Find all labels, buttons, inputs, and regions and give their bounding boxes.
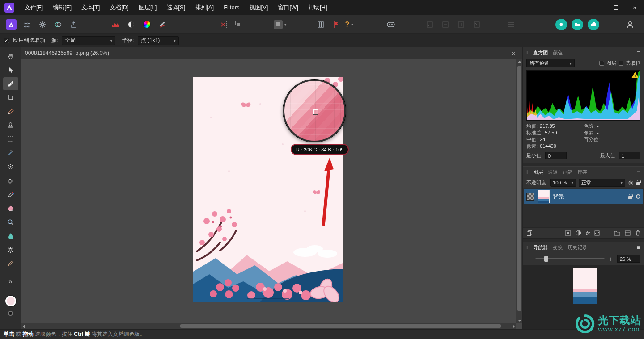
tab-brushes[interactable]: 画笔 xyxy=(563,169,572,176)
panel-grip-icon[interactable]: ‖ xyxy=(526,170,528,175)
tab-colour[interactable]: 颜色 xyxy=(553,50,563,56)
close-button[interactable]: × xyxy=(625,0,644,15)
zoom-out-button[interactable]: − xyxy=(526,255,532,263)
panel-menu-icon[interactable]: ≡ xyxy=(637,49,640,56)
panel-grip-icon[interactable]: ‖ xyxy=(526,245,528,250)
maximize-button[interactable] xyxy=(606,0,625,15)
assistant-options-dropdown[interactable]: ? ▾ xyxy=(345,21,353,29)
blend-mode-select[interactable]: 正常 ▾ xyxy=(579,179,625,187)
sync-dot-icon[interactable] xyxy=(555,19,567,30)
layer-row-background[interactable]: 背景 xyxy=(524,189,643,204)
document-tab-title[interactable]: 0008118446926569_b.png (26.0%) xyxy=(25,50,109,56)
move-tool[interactable] xyxy=(3,63,18,76)
export-persona-icon[interactable] xyxy=(67,18,80,31)
menu-view[interactable]: 视图[V] xyxy=(245,0,273,15)
account-person-icon[interactable] xyxy=(623,18,637,31)
panel-menu-icon[interactable]: ≡ xyxy=(637,244,640,251)
radius-select[interactable]: 点 (1x1) ▾ xyxy=(138,36,179,45)
active-colour-swatch[interactable] xyxy=(5,296,16,306)
selection-brush-tool[interactable] xyxy=(3,160,18,173)
mixer-brush-tool[interactable] xyxy=(3,188,18,201)
menu-filters[interactable]: Filters xyxy=(219,0,244,15)
app-logo-icon[interactable] xyxy=(4,3,14,13)
menu-help[interactable]: 帮助[H] xyxy=(303,0,332,15)
menu-select[interactable]: 选择[S] xyxy=(161,0,190,15)
layer-thumbnail[interactable] xyxy=(538,190,550,203)
layer-lock-icon[interactable] xyxy=(628,196,632,199)
panel-grip-icon[interactable]: ‖ xyxy=(526,50,528,55)
flood-fill-tool[interactable] xyxy=(3,174,18,187)
snap-candidates-icon[interactable] xyxy=(232,18,246,31)
marquee-select-tool[interactable] xyxy=(3,133,18,146)
tab-histogram[interactable]: 直方图 xyxy=(533,50,548,56)
selection-mode-dropdown[interactable]: ▾ xyxy=(274,20,287,29)
zoom-tool[interactable] xyxy=(3,216,18,229)
blur-tool[interactable] xyxy=(3,230,18,243)
assistant-manager-icon[interactable] xyxy=(384,18,398,31)
layer-options-grid-icon[interactable] xyxy=(625,230,631,236)
min-value-input[interactable]: 0 xyxy=(545,152,567,159)
menu-text[interactable]: 文本[T] xyxy=(76,0,105,15)
scroll-left-icon[interactable] xyxy=(23,325,25,328)
channel-select[interactable]: 所有通道 ▾ xyxy=(526,59,575,67)
clone-stamp-tool[interactable] xyxy=(3,119,18,132)
erase-brush-tool[interactable] xyxy=(3,202,18,215)
minimize-button[interactable]: — xyxy=(588,0,606,15)
new-pixel-layer-icon[interactable] xyxy=(594,230,600,236)
navigator-thumbnail[interactable] xyxy=(573,268,597,304)
colour-picker-tool[interactable] xyxy=(3,77,18,90)
zoom-slider-thumb[interactable] xyxy=(544,256,548,262)
histogram-display[interactable]: ! xyxy=(526,70,640,121)
opacity-select[interactable]: 100 % ▾ xyxy=(550,179,576,187)
stock-folder-icon[interactable] xyxy=(572,19,583,30)
develop-persona-icon[interactable] xyxy=(36,18,49,31)
layer-edit-ring-icon[interactable] xyxy=(636,194,640,199)
document-close-button[interactable]: × xyxy=(511,50,515,57)
smudge-tool[interactable] xyxy=(3,257,18,270)
group-layers-folder-icon[interactable] xyxy=(614,230,620,236)
photo-persona-icon[interactable] xyxy=(4,18,18,31)
tab-history[interactable]: 历史记录 xyxy=(568,244,587,251)
paint-brush-tool[interactable] xyxy=(3,105,18,118)
panel-menu-icon[interactable]: ≡ xyxy=(637,168,640,176)
cloud-sync-icon[interactable] xyxy=(588,19,599,30)
layer-list[interactable]: 背景 xyxy=(523,188,644,227)
horizontal-scrollbar[interactable] xyxy=(21,323,516,329)
tab-stock[interactable]: 库存 xyxy=(577,169,587,176)
blend-options-gear-icon[interactable] xyxy=(628,180,634,186)
menu-arrange[interactable]: 排列[A] xyxy=(190,0,219,15)
snapping-preset-flag-icon[interactable] xyxy=(330,18,343,31)
lock-icon[interactable] xyxy=(636,182,640,185)
secondary-colour-swatch[interactable] xyxy=(8,311,13,316)
marquee-checkbox[interactable] xyxy=(619,61,623,66)
vertical-scrollbar[interactable] xyxy=(516,59,522,323)
liquify-persona-icon[interactable] xyxy=(20,18,34,31)
zoom-value-input[interactable]: 26 % xyxy=(617,255,640,263)
apply-to-selection-checkbox[interactable]: ✓ xyxy=(4,38,9,43)
new-adjustment-icon[interactable] xyxy=(576,230,581,236)
tone-mapping-persona-icon[interactable] xyxy=(51,18,65,31)
max-value-input[interactable]: 1 xyxy=(619,152,640,159)
dodge-brush-tool[interactable] xyxy=(3,243,18,256)
tab-channels[interactable]: 通道 xyxy=(548,169,558,176)
live-filter-fx-icon[interactable]: fx xyxy=(586,230,590,236)
zoom-in-button[interactable]: + xyxy=(608,255,614,263)
layer-name[interactable]: 背景 xyxy=(553,193,564,201)
menu-window[interactable]: 窗口[W] xyxy=(273,0,303,15)
menu-document[interactable]: 文档[D] xyxy=(105,0,134,15)
canvas-viewport[interactable]: R : 206 G : 84 B : 109 xyxy=(21,59,522,329)
snap-grid-icon[interactable] xyxy=(201,18,214,31)
scroll-right-icon[interactable] xyxy=(513,325,515,328)
layer-checkbox[interactable] xyxy=(599,61,604,66)
auto-contrast-button[interactable] xyxy=(124,18,138,31)
tab-navigator[interactable]: 导航器 xyxy=(533,244,548,251)
scroll-down-icon[interactable] xyxy=(518,320,521,322)
new-mask-icon[interactable] xyxy=(565,230,571,236)
scroll-up-icon[interactable] xyxy=(518,61,521,63)
tab-layers[interactable]: 图层 xyxy=(533,169,543,176)
auto-colours-button[interactable] xyxy=(140,18,153,31)
source-select[interactable]: 全局 ▾ xyxy=(62,36,115,45)
menu-layer[interactable]: 图层[L] xyxy=(134,0,161,15)
duplicate-layers-icon[interactable] xyxy=(526,230,533,236)
flood-select-tool[interactable] xyxy=(3,146,18,159)
